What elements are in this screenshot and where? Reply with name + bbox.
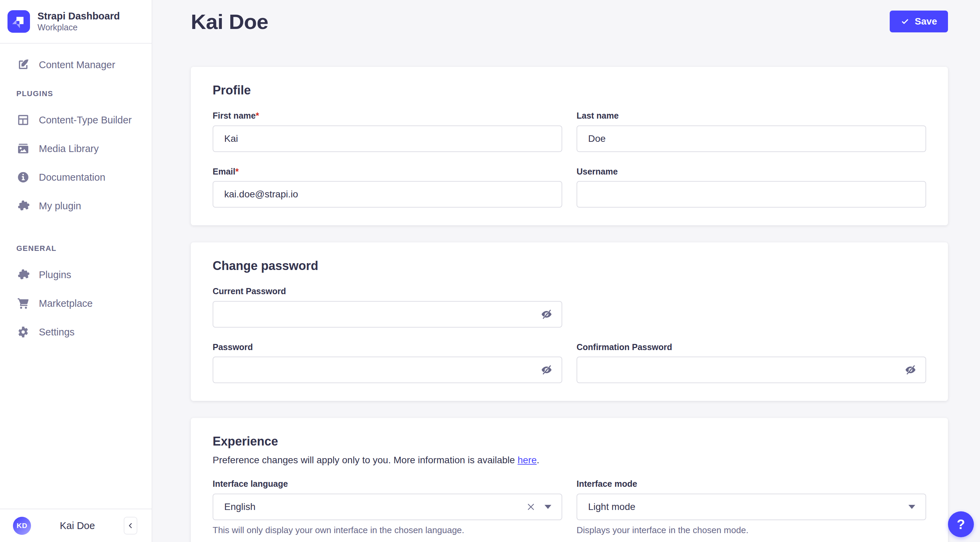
profile-card: Profile First name* Last name Email* Use… (191, 67, 948, 225)
sidebar-item-label: Documentation (39, 172, 105, 183)
brand-text: Strapi Dashboard Workplace (38, 10, 120, 33)
password-form: Current Password (213, 287, 926, 383)
change-password-heading: Change password (213, 259, 926, 273)
sidebar-item-my-plugin[interactable]: My plugin (0, 191, 152, 220)
section-title-general: GENERAL (0, 244, 152, 253)
sidebar-item-media-library[interactable]: Media Library (0, 134, 152, 163)
password-label: Password (213, 343, 562, 352)
sidebar-item-label: Media Library (39, 143, 99, 155)
interface-language-value: English (224, 501, 525, 512)
user-name: Kai Doe (31, 520, 124, 531)
toggle-password-visibility-button[interactable] (539, 362, 554, 377)
username-input[interactable] (577, 181, 926, 207)
feather-square-icon (16, 58, 30, 72)
sidebar-nav: Content Manager PLUGINS Content-Type Bui… (0, 44, 152, 509)
profile-heading: Profile (213, 83, 926, 97)
cart-icon (16, 297, 30, 310)
image-icon (16, 142, 30, 155)
experience-form: Interface language English This will onl… (213, 479, 926, 536)
sidebar-item-content-manager[interactable]: Content Manager (0, 51, 152, 79)
spacer-cell (577, 287, 926, 328)
last-name-field-group: Last name (577, 111, 926, 152)
eye-slash-icon (541, 364, 553, 376)
nav-section-plugins: PLUGINS Content-Type Builder Media Libra… (0, 89, 152, 220)
first-name-input[interactable] (213, 126, 562, 152)
email-field-group: Email* (213, 167, 562, 208)
current-password-label: Current Password (213, 287, 562, 296)
user-area: KD Kai Doe (0, 509, 152, 542)
email-input[interactable] (213, 181, 562, 207)
sidebar-item-content-type-builder[interactable]: Content-Type Builder (0, 106, 152, 134)
workspace-subtitle: Workplace (38, 22, 120, 33)
workspace-brand[interactable]: Strapi Dashboard Workplace (0, 0, 152, 44)
page-title: Kai Doe (191, 10, 268, 34)
puzzle-icon (16, 268, 30, 282)
confirmation-password-label: Confirmation Password (577, 343, 926, 352)
puzzle-icon (16, 199, 30, 213)
sidebar-item-documentation[interactable]: Documentation (0, 163, 152, 191)
interface-language-field-group: Interface language English This will onl… (213, 479, 562, 536)
interface-language-label: Interface language (213, 479, 562, 489)
password-input[interactable] (213, 357, 562, 383)
first-name-field-group: First name* (213, 111, 562, 152)
check-icon (900, 17, 910, 26)
sidebar: Strapi Dashboard Workplace Content Manag… (0, 0, 152, 542)
sidebar-item-label: Content-Type Builder (39, 115, 132, 126)
save-button[interactable]: Save (890, 11, 948, 32)
sidebar-item-label: Content Manager (39, 59, 115, 70)
info-circle-icon (16, 171, 30, 184)
interface-mode-value: Light mode (588, 501, 908, 512)
avatar[interactable]: KD (13, 517, 31, 535)
eye-slash-icon (904, 364, 916, 376)
caret-down-icon[interactable] (908, 505, 915, 509)
save-button-label: Save (915, 16, 937, 27)
change-password-card: Change password Current Password (191, 242, 948, 401)
toggle-password-visibility-button[interactable] (903, 362, 918, 377)
experience-description: Preference changes will apply only to yo… (213, 455, 926, 465)
eye-slash-icon (541, 308, 553, 320)
sidebar-item-label: My plugin (39, 201, 81, 212)
profile-form: First name* Last name Email* Username (213, 111, 926, 207)
interface-language-select[interactable]: English (213, 494, 562, 520)
gear-icon (16, 325, 30, 339)
interface-mode-field-group: Interface mode Light mode Displays your … (577, 479, 926, 536)
more-information-link[interactable]: here (518, 455, 537, 465)
sidebar-item-label: Marketplace (39, 298, 93, 309)
required-mark: * (256, 111, 259, 120)
layout-icon (16, 113, 30, 127)
sidebar-collapse-button[interactable] (124, 517, 137, 534)
section-title-plugins: PLUGINS (0, 89, 152, 98)
page-header: Kai Doe Save (191, 10, 948, 33)
help-button[interactable]: ? (948, 511, 974, 537)
current-password-field-group: Current Password (213, 287, 562, 328)
password-field-group: Password (213, 343, 562, 384)
workspace-title: Strapi Dashboard (38, 10, 120, 22)
sidebar-item-label: Plugins (39, 269, 71, 281)
confirmation-password-input[interactable] (577, 357, 926, 383)
caret-down-icon[interactable] (544, 505, 551, 509)
experience-heading: Experience (213, 434, 926, 449)
current-password-input[interactable] (213, 301, 562, 328)
sidebar-item-marketplace[interactable]: Marketplace (0, 289, 152, 318)
main-content: Kai Doe Save Profile First name* Last na… (152, 0, 980, 542)
sidebar-item-plugins[interactable]: Plugins (0, 260, 152, 289)
toggle-password-visibility-button[interactable] (539, 307, 554, 322)
interface-mode-label: Interface mode (577, 479, 926, 489)
email-label: Email* (213, 167, 562, 177)
confirmation-password-field-group: Confirmation Password (577, 343, 926, 384)
nav-section-general: GENERAL Plugins Marketplace (0, 244, 152, 346)
username-label: Username (577, 167, 926, 177)
strapi-logo-icon (8, 10, 30, 33)
experience-card: Experience Preference changes will apply… (191, 418, 948, 542)
required-mark: * (235, 167, 239, 176)
first-name-label: First name* (213, 111, 562, 121)
username-field-group: Username (577, 167, 926, 208)
interface-language-hint: This will only display your own interfac… (213, 525, 562, 536)
last-name-label: Last name (577, 111, 926, 121)
sidebar-item-settings[interactable]: Settings (0, 318, 152, 346)
chevron-left-icon (126, 521, 135, 530)
sidebar-item-label: Settings (39, 327, 75, 338)
interface-mode-select[interactable]: Light mode (577, 494, 926, 520)
clear-x-icon[interactable] (525, 501, 536, 512)
last-name-input[interactable] (577, 126, 926, 152)
